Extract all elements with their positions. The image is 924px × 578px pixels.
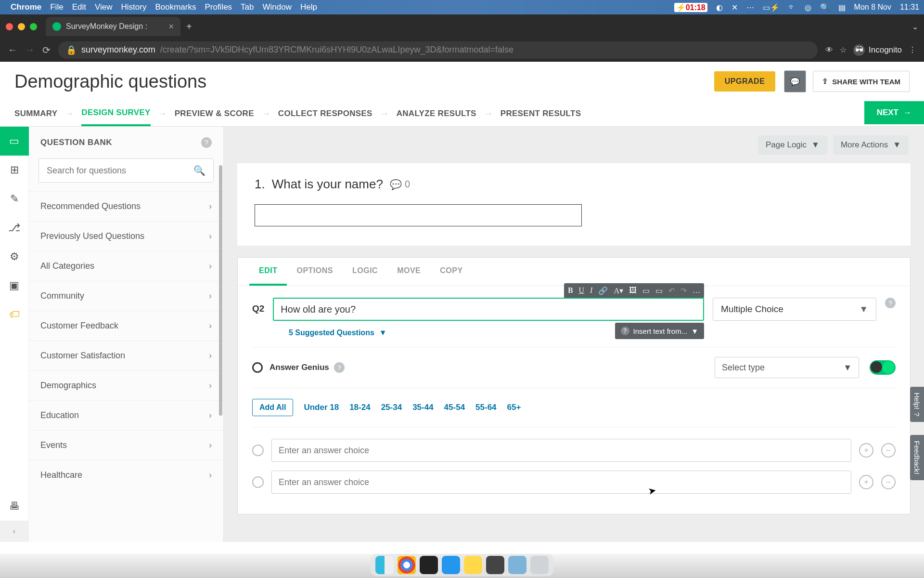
answer-input[interactable] [271, 471, 851, 494]
category-customer-satisfaction[interactable]: Customer Satisfaction› [29, 341, 223, 370]
step-preview-score[interactable]: PREVIEW & SCORE [175, 102, 254, 125]
rail-question-bank-icon[interactable]: ▭ [0, 127, 29, 156]
editor-tab-copy[interactable]: COPY [430, 258, 472, 286]
window-fullscreen-icon[interactable] [30, 23, 37, 30]
step-design-survey[interactable]: DESIGN SURVEY [81, 101, 150, 126]
share-with-team-button[interactable]: ⇪SHARE WITH TEAM [813, 71, 910, 92]
remove-answer-button[interactable]: − [881, 475, 896, 489]
dock-screenshot-icon[interactable] [486, 556, 504, 574]
dock-trash-icon[interactable] [530, 556, 549, 574]
search-icon[interactable]: 🔍 [193, 165, 205, 176]
q1-comments[interactable]: 💬0 [390, 179, 410, 190]
rail-logic-icon[interactable]: ⎇ [0, 213, 29, 242]
dock-folder-icon[interactable] [508, 556, 526, 574]
step-summary[interactable]: SUMMARY [14, 102, 57, 125]
answer-genius-help-icon[interactable]: ? [334, 362, 345, 373]
window-minimize-icon[interactable] [18, 23, 25, 30]
text-color-icon[interactable]: A▾ [614, 286, 623, 295]
category-education[interactable]: Education› [29, 400, 223, 430]
dock-chrome-icon[interactable] [398, 556, 416, 574]
tabs-overflow-icon[interactable]: ⌄ [912, 22, 918, 31]
chip-65-plus[interactable]: 65+ [507, 403, 521, 412]
chat-button[interactable]: 💬 [784, 70, 806, 92]
feedback-side-tab[interactable]: Feedback! [910, 435, 924, 480]
link-icon[interactable]: 🔗 [598, 286, 608, 295]
battery-icon[interactable]: ▭⚡ [763, 3, 780, 12]
status-icon-1[interactable]: ◐ [716, 3, 723, 12]
editor-tab-move[interactable]: MOVE [387, 258, 430, 286]
video-icon[interactable]: ▭ [642, 286, 650, 295]
insert-text-from-button[interactable]: ? Insert text from... ▼ [615, 323, 704, 339]
rail-style-icon[interactable]: ✎ [0, 184, 29, 213]
kebab-menu-icon[interactable]: ⋮ [909, 45, 916, 54]
more-format-icon[interactable]: … [693, 286, 700, 295]
menu-file[interactable]: File [50, 2, 63, 12]
step-analyze-results[interactable]: ANALYZE RESULTS [397, 102, 476, 125]
siri-icon[interactable]: ▤ [838, 3, 846, 12]
editor-tab-logic[interactable]: LOGIC [343, 258, 387, 286]
category-demographics[interactable]: Demographics› [29, 370, 223, 400]
survey-title[interactable]: Demographic questions [14, 71, 206, 92]
battery-indicator[interactable]: ⚡01:18 [674, 3, 707, 12]
category-recommended[interactable]: Recommended Questions› [29, 191, 223, 221]
new-tab-button[interactable]: + [186, 21, 192, 32]
address-bar[interactable]: 🔒 surveymonkey.com/create/?sm=JVk5lDHcyf… [58, 41, 818, 59]
menu-bookmarks[interactable]: Bookmarks [155, 2, 196, 12]
next-button[interactable]: NEXT→ [864, 101, 924, 124]
control-center-icon[interactable]: ◎ [805, 3, 811, 12]
rail-builder-icon[interactable]: ⊞ [0, 156, 29, 184]
rail-print-icon[interactable]: 🖶 [0, 492, 29, 521]
answer-genius-toggle[interactable] [870, 360, 896, 375]
menu-tab[interactable]: Tab [241, 2, 254, 12]
menu-history[interactable]: History [121, 2, 146, 12]
dock-terminal-icon[interactable] [420, 556, 438, 574]
category-previously-used[interactable]: Previously Used Questions› [29, 221, 223, 251]
suggested-questions-button[interactable]: 5 Suggested Questions ▼ [252, 321, 896, 337]
rail-collapse-button[interactable]: ‹ [0, 521, 29, 542]
spotlight-icon[interactable]: 🔍 [820, 3, 830, 12]
question-1-title[interactable]: 1. What is your name? 💬0 [255, 177, 893, 192]
bold-icon[interactable]: B [568, 286, 573, 295]
answer-input[interactable] [271, 439, 851, 462]
browser-tab[interactable]: SurveyMonkey Design : × [46, 17, 180, 36]
page-logic-button[interactable]: Page Logic▼ [758, 135, 827, 155]
status-icon-2[interactable]: ✕ [732, 3, 738, 12]
dock-docker-icon[interactable] [442, 556, 460, 574]
category-community[interactable]: Community› [29, 281, 223, 311]
menu-view[interactable]: View [95, 2, 113, 12]
tab-close-icon[interactable]: × [168, 22, 174, 32]
add-all-button[interactable]: Add All [252, 399, 293, 416]
step-collect-responses[interactable]: COLLECT RESPONSES [278, 102, 372, 125]
editor-tab-options[interactable]: OPTIONS [287, 258, 343, 286]
question-type-help-icon[interactable]: ? [885, 298, 896, 308]
menubar-app-name[interactable]: Chrome [11, 2, 41, 12]
rail-tag-icon[interactable]: 🏷 [0, 300, 29, 329]
eye-off-icon[interactable]: 👁 [825, 46, 833, 54]
chip-under-18[interactable]: Under 18 [304, 403, 339, 412]
rail-options-icon[interactable]: ⚙ [0, 242, 29, 271]
embed-icon[interactable]: ▭ [655, 286, 663, 295]
italic-icon[interactable]: I [590, 286, 592, 295]
category-all[interactable]: All Categories› [29, 251, 223, 281]
add-answer-button[interactable]: + [859, 443, 873, 458]
question-search-box[interactable]: 🔍 [38, 158, 214, 183]
dock-notes-icon[interactable] [464, 556, 482, 574]
window-close-icon[interactable] [6, 23, 13, 30]
chip-25-34[interactable]: 25-34 [381, 403, 402, 412]
select-type-dropdown[interactable]: Select type ▼ [715, 357, 859, 378]
add-answer-button[interactable]: + [859, 475, 873, 489]
reload-button[interactable]: ⟳ [42, 44, 51, 56]
image-icon[interactable]: 🖼 [629, 286, 637, 295]
question-type-select[interactable]: Multiple Choice ▼ [713, 298, 876, 321]
sidebar-scrollbar[interactable] [219, 165, 222, 416]
chip-45-54[interactable]: 45-54 [444, 403, 465, 412]
wifi-icon[interactable]: ᯤ [788, 3, 796, 12]
chip-55-64[interactable]: 55-64 [475, 403, 496, 412]
status-icon-3[interactable]: ⋯ [746, 3, 754, 12]
underline-icon[interactable]: U [579, 286, 585, 295]
menubar-time[interactable]: 11:31 [900, 3, 919, 12]
bookmark-star-icon[interactable]: ☆ [840, 45, 847, 54]
category-events[interactable]: Events› [29, 430, 223, 460]
menu-window[interactable]: Window [263, 2, 292, 12]
more-actions-button[interactable]: More Actions▼ [833, 135, 909, 155]
